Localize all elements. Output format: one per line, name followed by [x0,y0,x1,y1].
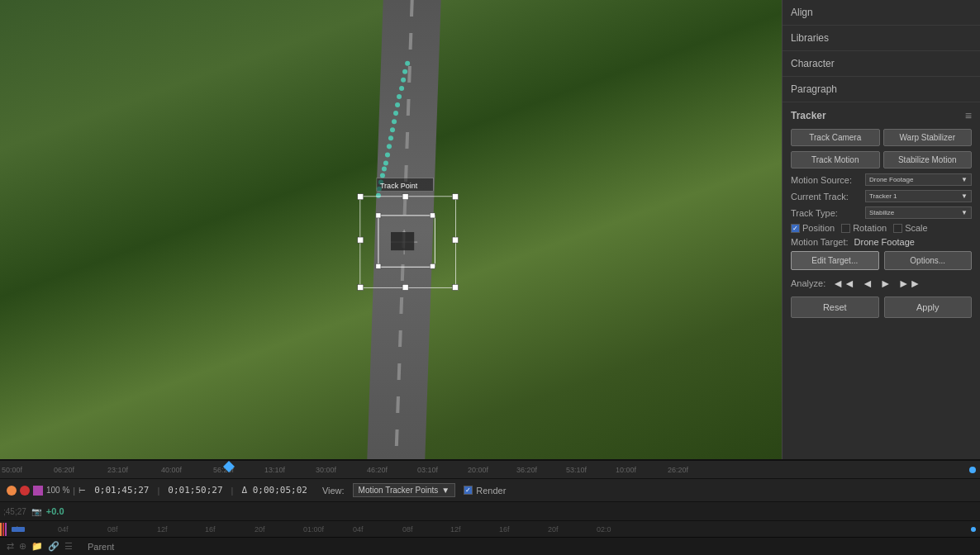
view-dropdown[interactable]: Motion Tracker Points ▼ [353,483,456,497]
edit-options-row: Edit Target... Options... [791,251,972,270]
ruler-label-10: 20:00f [468,466,488,474]
character-label: Character [791,58,835,69]
lower-ruler-108f: 08f [402,525,413,534]
libraries-label: Libraries [791,32,829,44]
transport-icons-left: 100 % | ⊢ [7,486,86,496]
lower-timeline-ruler[interactable]: 0f 04f 08f 12f 16f 20f 01:00f 04f 08f 12… [0,520,980,537]
apply-button[interactable]: Apply [884,296,973,318]
align-section[interactable]: Align [783,0,980,26]
spacer: | [73,486,75,496]
road-line [394,0,413,459]
analyze-forward-all-button[interactable]: ►► [897,277,923,290]
current-track-dropdown[interactable]: Tracker 1 ▼ [865,190,972,202]
ruler-label-7: 30:00f [316,466,336,474]
edit-target-button[interactable]: Edit Target... [791,251,879,270]
view-chevron: ▼ [441,486,450,495]
parent-label: Parent [88,542,114,552]
reset-button[interactable]: Reset [791,296,879,318]
character-section[interactable]: Character [783,51,980,77]
ruler-label-2: 06:20f [54,466,74,474]
rotation-checkbox[interactable] [841,224,850,233]
lower-ruler-100f: 01:00f [303,525,324,534]
track-type-row: Track Type: Stabilize ▼ [791,206,972,219]
tracker-header: Tracker ≡ [791,109,972,122]
playhead-end-dot [969,467,976,473]
bottom-icon-4[interactable]: 🔗 [48,541,59,552]
lower-ruler-104f: 04f [353,525,364,534]
current-track-value: Tracker 1 [869,192,897,200]
current-track-row: Current Track: Tracker 1 ▼ [791,190,972,202]
road [367,0,440,459]
rotation-checkbox-item[interactable]: Rotation [841,223,887,233]
right-panel: Align Libraries Character Paragraph Trac… [782,0,980,459]
track-motion-button[interactable]: Track Motion [791,151,880,168]
current-track-label: Current Track: [791,192,865,202]
track-type-label: Track Type: [791,208,865,218]
lower-ruler-120f: 20f [548,525,559,534]
color-swatch-red [7,486,17,496]
paragraph-label: Paragraph [791,83,837,95]
scale-checkbox-item[interactable]: Scale [893,223,928,233]
position-checkbox[interactable]: ✓ [791,224,800,233]
ruler-label-14: 26:20f [668,466,688,474]
lower-ruler-12f: 12f [157,525,168,534]
analyze-forward-button[interactable]: ► [878,277,893,290]
tracker-panel: Tracker ≡ Track Camera Warp Stabilizer T… [783,102,980,459]
motion-source-row: Motion Source: Drone Footage ▼ [791,173,972,186]
tracker-second-buttons: Track Motion Stabilize Motion [791,151,972,168]
bottom-icon-5[interactable]: ☰ [64,541,73,552]
position-label: Position [802,223,835,233]
bottom-icon-3[interactable]: 📁 [31,541,43,552]
svg-rect-27 [358,237,364,243]
ruler-label-1: 50:00f [2,466,22,474]
motion-target-value: Drone Footage [854,237,915,247]
warp-stabilizer-button[interactable]: Warp Stabilizer [883,129,973,146]
analyze-controls: ◄◄ ◄ ► ►► [830,277,922,290]
analyze-back-all-button[interactable]: ◄◄ [830,277,857,290]
video-panel: Track Point [0,0,782,459]
ruler-label-13: 10:00f [616,466,636,474]
time-offset: +0.0 [46,506,64,516]
position-checkbox-item[interactable]: ✓ Position [791,223,835,233]
bottom-icon-2[interactable]: ⊕ [19,541,26,552]
lower-ruler-08f: 08f [107,525,118,534]
ruler-label-3: 23:10f [107,466,128,474]
scale-checkbox[interactable] [893,224,902,233]
align-label: Align [791,7,813,18]
options-button[interactable]: Options... [884,251,973,270]
analyze-label: Analyze: [791,278,825,288]
timecode-symbol: ⊢ [78,486,86,495]
motion-source-chevron: ▼ [961,176,968,183]
timecode-1: 0;01;45;27 [94,485,149,496]
libraries-section[interactable]: Libraries [783,26,980,51]
transport-bar: 100 % | ⊢ 0;01;45;27 | 0;01;50;27 | Δ 0;… [0,479,980,502]
timeline-ruler[interactable]: 50:00f 06:20f 23:10f 40:00f 56:20f 13:10… [0,461,980,479]
analyze-back-button[interactable]: ◄ [860,277,875,290]
track-camera-button[interactable]: Track Camera [791,129,880,146]
motion-source-value: Drone Footage [869,176,913,183]
motion-source-dropdown[interactable]: Drone Footage ▼ [865,173,972,186]
motion-target-row: Motion Target: Drone Footage [791,237,972,247]
ruler-label-11: 36:20f [516,466,537,474]
bottom-icon-1[interactable]: ⇄ [7,541,14,552]
transport-divider-1: | [157,486,159,496]
tracker-menu-icon[interactable]: ≡ [965,109,972,122]
ruler-label-12: 53:10f [566,466,587,474]
render-cb[interactable]: ✓ [464,486,473,495]
svg-rect-22 [452,194,458,200]
marker-red [0,523,2,536]
track-type-dropdown[interactable]: Stabilize ▼ [865,206,972,219]
track-type-value: Stabilize [869,209,894,216]
marker-purple [5,523,7,536]
stabilize-motion-button[interactable]: Stabilize Motion [883,151,973,168]
camera-icon[interactable]: 📷 [31,507,41,516]
lower-ruler-116f: 16f [499,525,510,534]
motion-source-label: Motion Source: [791,175,865,185]
paragraph-section[interactable]: Paragraph [783,77,980,102]
transport-divider-2: | [231,486,234,496]
render-checkbox[interactable]: ✓ Render [464,486,506,496]
color-swatch-purple [33,486,43,496]
reset-apply-row: Reset Apply [791,296,972,318]
video-content: Track Point [0,0,782,459]
timecode-2: 0;01;50;27 [168,485,222,496]
